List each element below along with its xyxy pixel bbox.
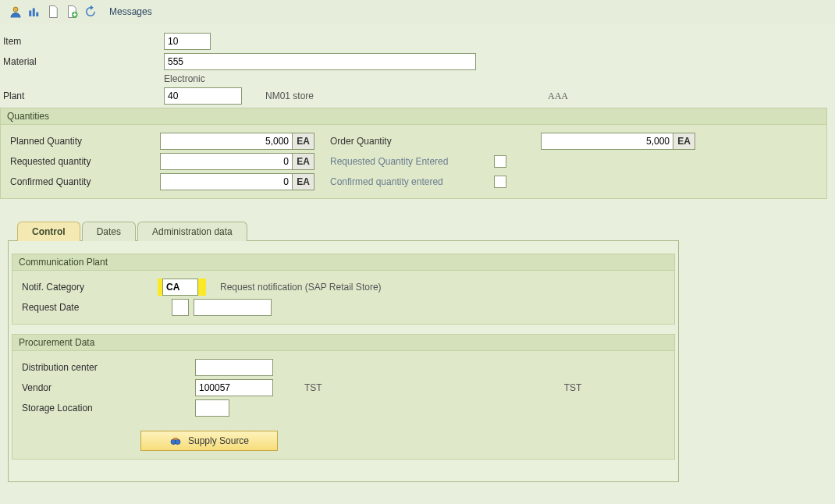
planned-qty-label: Planned Quantity <box>4 136 160 147</box>
tab-administration-data[interactable]: Administration data <box>137 222 247 241</box>
confirmed-qty-unit: EA <box>293 173 314 190</box>
header-area: Item Material Electronic Plant NM01 stor… <box>0 23 835 205</box>
notif-category-desc: Request notification (SAP Retail Store) <box>220 282 382 293</box>
toolbar-chart-icon[interactable] <box>27 4 42 20</box>
binoculars-icon <box>169 435 182 447</box>
confirmed-qty-input[interactable] <box>160 173 293 190</box>
plant-extra: AAA <box>548 91 568 102</box>
svg-rect-1 <box>29 11 31 17</box>
request-date-input-1[interactable] <box>172 299 189 316</box>
confirmed-entered-label: Confirmed quantity entered <box>314 176 463 187</box>
toolbar-messages-link[interactable]: Messages <box>109 6 152 17</box>
vendor-label: Vendor <box>16 382 195 393</box>
requested-qty-label: Requested quantity <box>4 156 160 167</box>
quantities-title: Quantities <box>1 108 826 125</box>
toolbar-new-document-icon[interactable] <box>64 4 80 20</box>
plant-name: NM01 store <box>265 91 314 101</box>
request-date-input-2[interactable] <box>194 299 272 316</box>
notif-category-highlight <box>158 279 206 296</box>
toolbar-user-icon[interactable] <box>8 4 23 20</box>
requested-qty-unit: EA <box>293 153 314 170</box>
svg-rect-2 <box>33 9 35 17</box>
tab-dates[interactable]: Dates <box>82 222 136 241</box>
plant-input[interactable] <box>164 87 242 105</box>
svg-point-0 <box>13 7 18 12</box>
dc-label: Distribution center <box>16 362 195 373</box>
item-input[interactable] <box>164 33 211 50</box>
notif-category-label: Notif. Category <box>16 282 172 293</box>
requested-entered-label: Requested Quantity Entered <box>314 156 463 167</box>
vendor-input[interactable] <box>195 379 273 396</box>
tab-panel-control: Communication Plant Notif. Category Requ… <box>8 240 679 482</box>
supply-source-button[interactable]: Supply Source <box>140 431 278 451</box>
dc-input[interactable] <box>195 359 273 376</box>
order-qty-input[interactable] <box>541 133 673 150</box>
supply-source-label: Supply Source <box>188 435 249 446</box>
svg-rect-3 <box>36 12 38 16</box>
toolbar: Messages <box>0 0 835 23</box>
confirmed-entered-checkbox[interactable] <box>494 176 506 188</box>
storage-location-input[interactable] <box>195 399 229 417</box>
vendor-name-2: TST <box>564 382 582 393</box>
comm-plant-title: Communication Plant <box>12 254 674 271</box>
svg-point-6 <box>175 439 180 445</box>
plant-label: Plant <box>0 91 164 101</box>
order-qty-label: Order Quantity <box>314 136 463 147</box>
planned-qty-unit: EA <box>293 133 314 150</box>
tab-control[interactable]: Control <box>17 222 80 241</box>
material-label: Material <box>0 56 164 67</box>
order-qty-unit: EA <box>673 133 695 150</box>
planned-qty-input[interactable] <box>160 133 293 150</box>
requested-qty-input[interactable] <box>160 153 293 170</box>
item-label: Item <box>0 36 164 47</box>
confirmed-qty-label: Confirmed Quantity <box>4 176 160 187</box>
notif-category-input[interactable] <box>162 279 198 296</box>
toolbar-document-icon[interactable] <box>45 4 61 20</box>
material-description: Electronic <box>164 73 205 84</box>
requested-entered-checkbox[interactable] <box>494 155 506 168</box>
svg-rect-7 <box>173 438 177 440</box>
vendor-name-1: TST <box>304 382 322 393</box>
storage-location-label: Storage Location <box>16 403 195 413</box>
material-input[interactable] <box>164 53 476 70</box>
procurement-title: Procurement Data <box>12 335 674 351</box>
toolbar-refresh-icon[interactable] <box>83 4 98 20</box>
request-date-label: Request Date <box>16 302 172 313</box>
tabstrip: Control Dates Administration data <box>0 221 835 240</box>
